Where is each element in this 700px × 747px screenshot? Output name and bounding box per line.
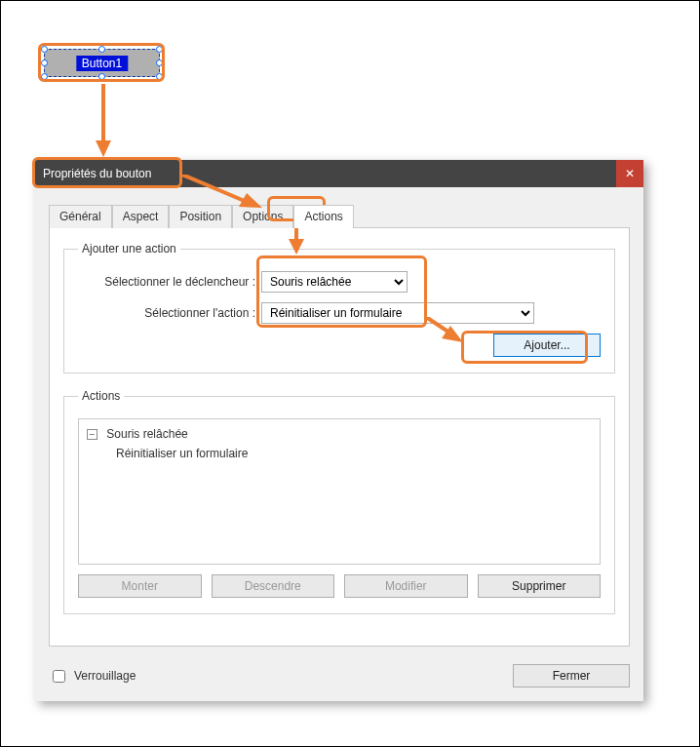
actions-tree[interactable]: − Souris relâchée Réinitialiser un formu… — [78, 418, 601, 565]
resize-handle-bottom-left[interactable] — [41, 73, 48, 80]
lock-checkbox-label[interactable]: Verrouillage — [49, 667, 136, 686]
dialog-footer: Verrouillage Fermer — [35, 658, 643, 701]
resize-handle-top-right[interactable] — [156, 46, 163, 53]
action-select[interactable]: Réinitialiser un formulaire — [261, 302, 534, 324]
svg-line-6 — [426, 317, 449, 333]
delete-button[interactable]: Supprimer — [478, 574, 602, 598]
annotation-arrow — [182, 175, 270, 214]
svg-line-2 — [182, 175, 247, 202]
tab-bar: Général Aspect Position Options Actions — [49, 205, 630, 228]
tree-node-child-label: Réinitialiser un formulaire — [116, 447, 248, 460]
resize-handle-bottom-mid[interactable] — [98, 73, 105, 80]
tree-node-root[interactable]: − Souris relâchée — [87, 427, 592, 441]
lock-label-text: Verrouillage — [74, 669, 136, 683]
lock-checkbox[interactable] — [53, 670, 65, 683]
group-add-action-legend: Ajouter une action — [78, 242, 180, 256]
trigger-select[interactable]: Souris relâchée — [261, 271, 408, 293]
annotation-arrow — [94, 84, 113, 160]
tab-content-actions: Ajouter une action Sélectionner le décle… — [49, 227, 630, 647]
resize-handle-bottom-right[interactable] — [156, 73, 163, 80]
tab-general[interactable]: Général — [49, 205, 112, 228]
form-button[interactable]: Button1 — [44, 49, 160, 77]
trigger-label: Sélectionner le déclencheur : — [78, 275, 261, 289]
resize-handle-mid-right[interactable] — [156, 59, 163, 66]
svg-marker-1 — [96, 140, 111, 157]
group-add-action: Ajouter une action Sélectionner le décle… — [63, 242, 615, 374]
move-up-button: Monter — [78, 574, 202, 598]
close-dialog-button[interactable]: Fermer — [513, 664, 630, 688]
close-button[interactable]: ✕ — [616, 160, 643, 187]
edit-button: Modifier — [344, 574, 468, 598]
titlebar[interactable]: Propriétés du bouton ✕ — [35, 160, 643, 187]
form-button-label: Button1 — [76, 56, 128, 71]
group-actions-legend: Actions — [78, 389, 124, 403]
resize-handle-top-mid[interactable] — [98, 46, 105, 53]
resize-handle-top-left[interactable] — [41, 46, 48, 53]
close-icon: ✕ — [625, 167, 635, 180]
add-button[interactable]: Ajouter... — [493, 334, 601, 357]
tree-node-child[interactable]: Réinitialiser un formulaire — [116, 447, 592, 460]
group-actions: Actions − Souris relâchée Réinitialiser … — [63, 389, 615, 614]
resize-handle-mid-left[interactable] — [41, 59, 48, 66]
collapse-icon[interactable]: − — [87, 429, 97, 440]
tab-actions[interactable]: Actions — [293, 205, 353, 228]
tab-aspect[interactable]: Aspect — [112, 205, 170, 228]
action-label: Sélectionner l'action : — [78, 306, 261, 320]
move-down-button: Descendre — [212, 574, 335, 598]
tree-node-root-label: Souris relâchée — [106, 427, 187, 441]
annotation-arrow — [426, 317, 469, 346]
dialog-title: Propriétés du bouton — [43, 167, 151, 180]
button-properties-dialog: Propriétés du bouton ✕ Général Aspect Po… — [35, 160, 643, 701]
svg-marker-5 — [289, 239, 304, 255]
